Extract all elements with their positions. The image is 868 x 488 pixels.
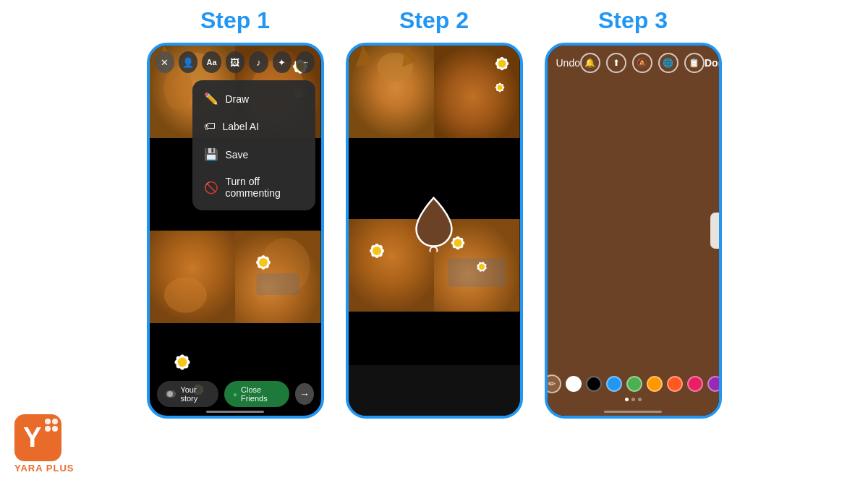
white-swatch[interactable] xyxy=(566,376,582,392)
close-icon[interactable]: ✕ xyxy=(156,51,174,73)
orange-swatch[interactable] xyxy=(647,376,663,392)
step1-column: Step 1 xyxy=(147,7,324,419)
brush-swatch[interactable]: ✏ xyxy=(545,374,562,393)
blue-swatch[interactable] xyxy=(606,376,622,392)
draw-icon: ✏️ xyxy=(204,92,218,106)
svg-point-34 xyxy=(259,258,268,267)
step3-scroll-indicator xyxy=(604,411,662,413)
step2-daisy-tr2 xyxy=(493,80,507,98)
done-button[interactable]: Done xyxy=(705,57,722,69)
daisy-bl xyxy=(171,351,193,376)
color-picker-overlay[interactable] xyxy=(411,194,458,255)
save-label: Save xyxy=(226,149,249,160)
upload-icon[interactable]: ⬆ xyxy=(606,53,626,73)
step1-title: Step 1 xyxy=(200,7,270,34)
side-handle[interactable] xyxy=(710,213,720,249)
step2-title: Step 2 xyxy=(399,7,469,34)
step2-daisy-tr xyxy=(493,54,511,76)
toggle-switch[interactable] xyxy=(166,390,176,398)
daisy-br xyxy=(253,252,273,275)
step1-phone: ✕ 👤 Aa 🖼 ♪ ✦ ··· ✏️ Draw 🏷 L xyxy=(147,43,324,419)
step2-column: Step 2 xyxy=(346,7,523,419)
yara-plus-logo: Y xyxy=(14,414,61,461)
main-container: Step 1 xyxy=(0,0,868,419)
clipboard-icon[interactable]: 📋 xyxy=(684,53,705,73)
black-swatch[interactable] xyxy=(586,376,602,392)
svg-point-70 xyxy=(52,419,58,424)
undo-button[interactable]: Undo xyxy=(556,57,580,69)
label-ai-label: Label AI xyxy=(223,121,260,132)
step2-cat-tr xyxy=(434,46,520,219)
svg-point-53 xyxy=(373,247,381,255)
green-swatch[interactable] xyxy=(626,376,642,392)
svg-point-2 xyxy=(163,67,192,110)
svg-point-65 xyxy=(479,264,485,270)
step3-content: Undo 🔔 ⬆ 🔕 🌐 📋 Done xyxy=(548,46,719,416)
friends-dot: ● xyxy=(233,390,237,398)
svg-point-66 xyxy=(430,247,438,252)
step1-toolbar: ✕ 👤 Aa 🖼 ♪ ✦ ··· xyxy=(150,51,321,73)
dropdown-menu: ✏️ Draw 🏷 Label AI 💾 Save 🚫 Turn off com… xyxy=(192,80,315,210)
save-menu-item[interactable]: 💾 Save xyxy=(192,140,315,168)
svg-point-71 xyxy=(45,426,51,432)
pagination-dots xyxy=(625,398,642,401)
step2-daisy-br2 xyxy=(474,259,490,278)
svg-point-69 xyxy=(45,419,51,424)
sticker-icon[interactable]: 🖼 xyxy=(226,51,244,73)
step2-bottom-bar xyxy=(349,365,520,416)
step1-content: ✕ 👤 Aa 🖼 ♪ ✦ ··· ✏️ Draw 🏷 L xyxy=(150,46,321,416)
close-friends-label: Close Friends xyxy=(241,385,281,403)
your-story-label: Your story xyxy=(180,385,210,403)
step3-toolbar-icons: 🔔 ⬆ 🔕 🌐 📋 xyxy=(580,53,705,73)
close-friends-button[interactable]: ● Close Friends xyxy=(224,381,289,407)
svg-rect-29 xyxy=(257,273,299,295)
dot-3 xyxy=(638,398,642,401)
logo-area: Y YARA PLUS xyxy=(14,414,74,474)
deep-orange-swatch[interactable] xyxy=(667,376,683,392)
step1-bottom-bar: Your story ● Close Friends → xyxy=(150,381,321,407)
dot-1 xyxy=(625,398,629,401)
step3-title: Step 3 xyxy=(598,7,668,34)
step2-phone xyxy=(346,43,523,419)
person-icon[interactable]: 👤 xyxy=(179,51,197,73)
color-swatches: ✏ xyxy=(545,374,722,393)
label-icon: 🏷 xyxy=(204,120,216,133)
comment-off-icon: 🚫 xyxy=(204,181,218,194)
svg-point-42 xyxy=(498,59,506,67)
notification-icon[interactable]: 🔔 xyxy=(580,53,600,73)
step2-content xyxy=(349,46,520,416)
svg-point-47 xyxy=(497,85,502,90)
label-ai-menu-item[interactable]: 🏷 Label AI xyxy=(192,113,315,140)
draw-label: Draw xyxy=(226,93,250,105)
next-arrow-button[interactable]: → xyxy=(295,383,313,405)
music-icon[interactable]: ♪ xyxy=(249,51,268,73)
text-icon[interactable]: Aa xyxy=(202,51,221,73)
svg-point-21 xyxy=(177,358,187,367)
globe-icon[interactable]: 🌐 xyxy=(658,53,678,73)
step3-toolbar: Undo 🔔 ⬆ 🔕 🌐 📋 Done xyxy=(548,53,719,73)
your-story-toggle[interactable]: Your story xyxy=(157,381,218,407)
svg-point-72 xyxy=(52,426,58,432)
step2-daisy-bl xyxy=(367,241,387,264)
pink-swatch[interactable] xyxy=(687,376,703,392)
no-sound-icon[interactable]: 🔕 xyxy=(632,53,652,73)
brand-name: YARA PLUS xyxy=(14,463,74,474)
svg-point-16 xyxy=(163,277,206,312)
step3-phone: Undo 🔔 ⬆ 🔕 🌐 📋 Done xyxy=(545,43,722,419)
step3-column: Step 3 Undo 🔔 ⬆ 🔕 🌐 📋 Done xyxy=(545,7,722,419)
step3-color-bar: ✏ xyxy=(548,374,719,401)
purple-swatch[interactable] xyxy=(707,376,722,392)
sparkle-icon[interactable]: ✦ xyxy=(273,51,292,73)
dot-2 xyxy=(631,398,635,401)
svg-text:Y: Y xyxy=(23,422,41,453)
step2-cat-tl xyxy=(349,46,435,219)
scroll-indicator xyxy=(206,411,264,413)
turn-off-commenting-menu-item[interactable]: 🚫 Turn off commenting xyxy=(192,168,315,206)
turn-off-commenting-label: Turn off commenting xyxy=(226,176,304,199)
more-icon[interactable]: ··· xyxy=(296,51,315,73)
save-icon: 💾 xyxy=(204,147,218,161)
draw-menu-item[interactable]: ✏️ Draw xyxy=(192,85,315,113)
brush-icon: ✏ xyxy=(548,379,556,389)
